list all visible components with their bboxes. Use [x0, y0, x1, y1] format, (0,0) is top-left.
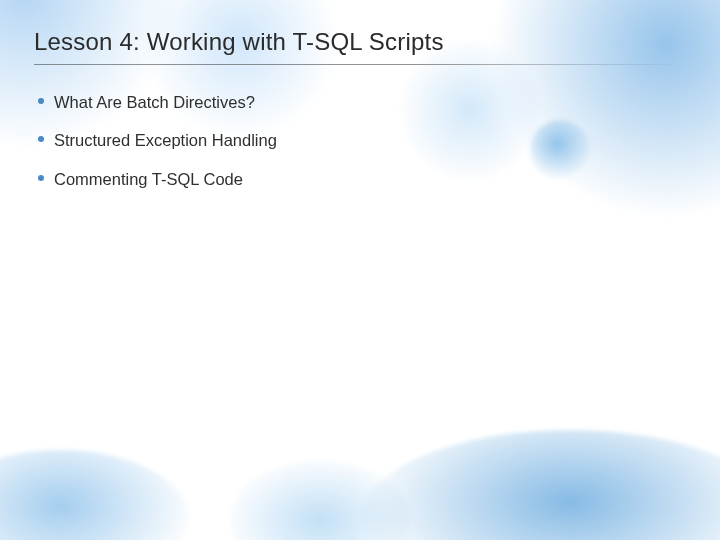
- bg-blob: [230, 460, 410, 540]
- list-item: What Are Batch Directives?: [38, 83, 686, 121]
- bullet-text: What Are Batch Directives?: [54, 93, 255, 111]
- bullet-list: What Are Batch Directives? Structured Ex…: [34, 83, 686, 198]
- slide-title: Lesson 4: Working with T-SQL Scripts: [34, 28, 686, 62]
- slide-content: Lesson 4: Working with T-SQL Scripts Wha…: [0, 0, 720, 198]
- bg-blob: [0, 450, 190, 540]
- bg-blob: [360, 430, 720, 540]
- bullet-text: Structured Exception Handling: [54, 131, 277, 149]
- list-item: Commenting T-SQL Code: [38, 160, 686, 198]
- title-underline: [34, 64, 686, 65]
- title-block: Lesson 4: Working with T-SQL Scripts: [34, 28, 686, 65]
- list-item: Structured Exception Handling: [38, 121, 686, 159]
- slide: Lesson 4: Working with T-SQL Scripts Wha…: [0, 0, 720, 540]
- bullet-text: Commenting T-SQL Code: [54, 170, 243, 188]
